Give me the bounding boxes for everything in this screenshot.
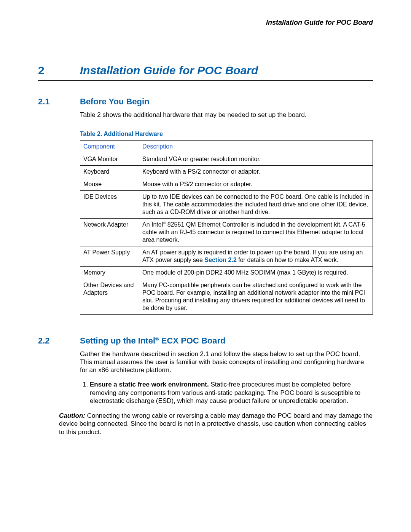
caution-text: Connecting the wrong cable or reversing …	[59, 412, 373, 436]
table-row: AT Power Supply An AT power supply is re…	[80, 246, 373, 267]
cell-component: Network Adapter	[80, 218, 139, 246]
cell-component: IDE Devices	[80, 190, 139, 218]
cell-description: Standard VGA or greater resolution monit…	[139, 153, 373, 165]
chapter-number: 2	[38, 63, 80, 78]
table-row: Memory One module of 200-pin DDR2 400 MH…	[80, 267, 373, 279]
setup-steps: Ensure a static free work environment. S…	[80, 380, 373, 405]
running-header: Installation Guide for POC Board	[38, 18, 373, 27]
text: Setting up the Intel	[80, 336, 155, 345]
section-2-2-intro: Gather the hardware described in section…	[80, 350, 373, 374]
cell-component: Mouse	[80, 178, 139, 190]
cell-description: Up to two IDE devices can be connected t…	[139, 190, 373, 218]
chapter-title: Installation Guide for POC Board	[80, 63, 258, 78]
caution-label: Caution:	[59, 412, 85, 419]
cell-component: Memory	[80, 267, 139, 279]
section-2-1-intro: Table 2 shows the additional hardware th…	[80, 111, 373, 119]
cell-description: Many PC-compatible peripherals can be at…	[139, 279, 373, 315]
col-description: Description	[139, 140, 373, 153]
cell-description: An Intel® 82551 QM Ethernet Controller i…	[139, 218, 373, 246]
table-row: Network Adapter An Intel® 82551 QM Ether…	[80, 218, 373, 246]
cell-description: Mouse with a PS/2 connector or adapter.	[139, 178, 373, 190]
section-title: Setting up the Intel® ECX POC Board	[80, 335, 226, 346]
table-row: VGA Monitor Standard VGA or greater reso…	[80, 153, 373, 165]
text: for details on how to make ATX work.	[237, 257, 338, 263]
additional-hardware-table: Component Description VGA Monitor Standa…	[80, 140, 373, 315]
section-2-1-heading: 2.1 Before You Begin	[38, 96, 373, 107]
cell-description: An AT power supply is required in order …	[139, 246, 373, 267]
text: ECX POC Board	[159, 336, 226, 345]
cell-component: AT Power Supply	[80, 246, 139, 267]
cell-description: Keyboard with a PS/2 connector or adapte…	[139, 165, 373, 178]
cell-description: One module of 200-pin DDR2 400 MHz SODIM…	[139, 267, 373, 279]
chapter-heading: 2 Installation Guide for POC Board	[38, 63, 373, 81]
table-row: Other Devices and Adapters Many PC-compa…	[80, 279, 373, 315]
section-number: 2.1	[38, 96, 80, 107]
cell-component: Other Devices and Adapters	[80, 279, 139, 315]
list-item: Ensure a static free work environment. S…	[90, 380, 373, 405]
table-row: Keyboard Keyboard with a PS/2 connector …	[80, 165, 373, 178]
section-ref-link[interactable]: Section 2.2	[204, 257, 236, 263]
caution-note: Caution: Connecting the wrong cable or r…	[59, 412, 373, 436]
table-caption: Table 2. Additional Hardware	[80, 130, 373, 138]
text: An Intel	[142, 221, 163, 228]
col-component: Component	[80, 140, 139, 153]
registered-icon: ®	[155, 336, 159, 342]
cell-component: Keyboard	[80, 165, 139, 178]
cell-component: VGA Monitor	[80, 153, 139, 165]
section-title: Before You Begin	[80, 96, 150, 107]
step-bold: Ensure a static free work environment.	[90, 381, 209, 388]
text: 82551 QM Ethernet Controller is included…	[142, 221, 365, 243]
section-2-2-heading: 2.2 Setting up the Intel® ECX POC Board	[38, 335, 373, 346]
table-header-row: Component Description	[80, 140, 373, 153]
table-row: IDE Devices Up to two IDE devices can be…	[80, 190, 373, 218]
table-row: Mouse Mouse with a PS/2 connector or ada…	[80, 178, 373, 190]
section-number: 2.2	[38, 335, 80, 346]
